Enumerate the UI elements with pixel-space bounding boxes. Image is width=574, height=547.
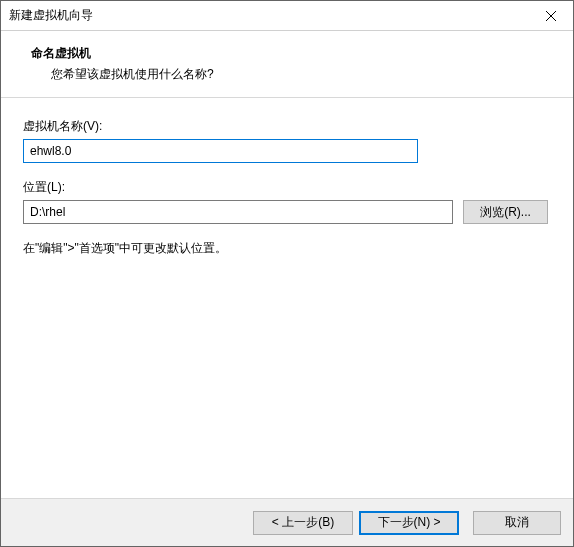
- location-input[interactable]: [23, 200, 453, 224]
- wizard-footer: < 上一步(B) 下一步(N) > 取消: [1, 498, 573, 546]
- next-button[interactable]: 下一步(N) >: [359, 511, 459, 535]
- browse-button[interactable]: 浏览(R)...: [463, 200, 548, 224]
- page-title: 命名虚拟机: [31, 45, 553, 62]
- titlebar: 新建虚拟机向导: [1, 1, 573, 31]
- back-button[interactable]: < 上一步(B): [253, 511, 353, 535]
- page-subtitle: 您希望该虚拟机使用什么名称?: [31, 66, 553, 83]
- vm-name-label: 虚拟机名称(V):: [23, 118, 551, 135]
- close-icon: [546, 11, 556, 21]
- location-group: 位置(L): 浏览(R)...: [23, 179, 551, 224]
- hint-text: 在"编辑">"首选项"中可更改默认位置。: [23, 240, 551, 257]
- location-label: 位置(L):: [23, 179, 551, 196]
- vm-name-input[interactable]: [23, 139, 418, 163]
- vm-name-group: 虚拟机名称(V):: [23, 118, 551, 163]
- content-area: 虚拟机名称(V): 位置(L): 浏览(R)... 在"编辑">"首选项"中可更…: [1, 98, 573, 498]
- close-button[interactable]: [528, 1, 573, 30]
- cancel-button[interactable]: 取消: [473, 511, 561, 535]
- window-title: 新建虚拟机向导: [9, 7, 528, 24]
- wizard-header: 命名虚拟机 您希望该虚拟机使用什么名称?: [1, 31, 573, 98]
- location-row: 浏览(R)...: [23, 200, 551, 224]
